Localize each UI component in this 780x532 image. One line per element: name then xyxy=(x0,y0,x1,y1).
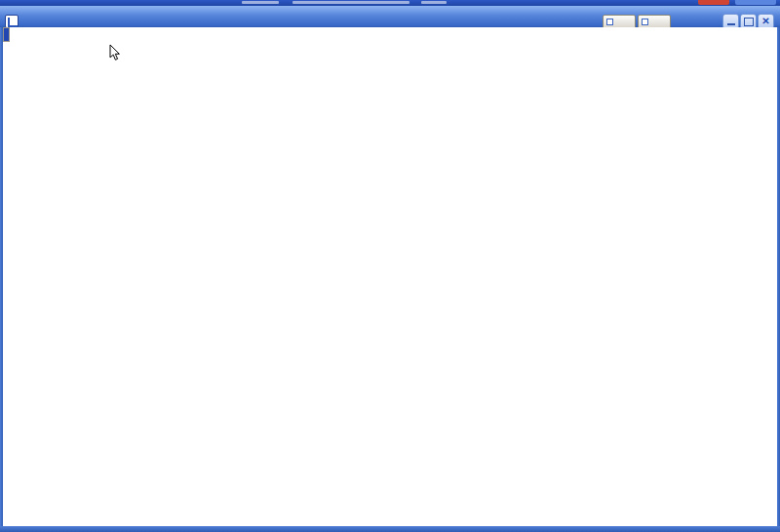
mouse-cursor xyxy=(109,44,123,61)
chart-canvas[interactable] xyxy=(0,0,780,532)
quote-bar xyxy=(3,27,10,42)
application-window: { "window": { "parent_strip": {"close_co… xyxy=(0,0,780,532)
quote-bar-handle xyxy=(4,28,9,41)
